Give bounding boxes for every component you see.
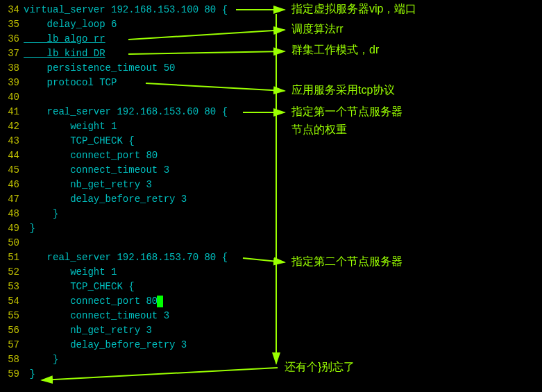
code-text: }	[24, 352, 58, 367]
code-text: nb_get_retry 3	[24, 178, 152, 192]
line-number: 58	[0, 352, 24, 367]
code-text: connect_port 80	[24, 294, 158, 309]
code-line: 36 lb_algo rr	[0, 32, 542, 46]
code-line: 54 connect_port 80	[0, 294, 542, 309]
code-text: real_server 192.168.153.60 80 {	[24, 105, 228, 119]
code-line: 55 connect_timeout 3	[0, 309, 542, 323]
code-text: }	[24, 367, 35, 382]
code-text: lb_kind DR	[24, 46, 105, 61]
code-line: 53 TCP_CHECK {	[0, 280, 542, 294]
code-line: 34virtual_server 192.168.153.100 80 {	[0, 3, 542, 17]
code-text: }	[24, 221, 35, 236]
code-text: connect_port 80	[24, 148, 158, 163]
code-text: weight 1	[24, 265, 117, 280]
code-line: 44 connect_port 80	[0, 148, 542, 163]
line-number: 36	[0, 32, 24, 46]
code-text: connect_timeout 3	[24, 309, 169, 323]
code-line: 59 }	[0, 367, 542, 382]
code-line: 50	[0, 236, 542, 250]
line-number: 59	[0, 367, 24, 382]
code-line: 48 }	[0, 207, 542, 221]
code-text: TCP_CHECK {	[24, 280, 135, 294]
code-line: 38 persistence_timeout 50	[0, 61, 542, 76]
line-number: 37	[0, 46, 24, 61]
code-text: weight 1	[24, 119, 117, 134]
code-text: delay_loop 6	[24, 17, 117, 32]
line-number: 53	[0, 280, 24, 294]
code-line: 45 connect_timeout 3	[0, 163, 542, 178]
code-line: 41 real_server 192.168.153.60 80 {	[0, 105, 542, 119]
line-number: 40	[0, 90, 24, 105]
line-number: 41	[0, 105, 24, 119]
code-text: lb_algo rr	[24, 32, 105, 46]
line-number: 54	[0, 294, 24, 309]
text-cursor	[157, 296, 163, 307]
code-text: real_server 192.168.153.70 80 {	[24, 250, 228, 265]
line-number: 52	[0, 265, 24, 280]
line-number: 47	[0, 192, 24, 207]
code-text: delay_before_retry 3	[24, 338, 187, 352]
code-line: 35 delay_loop 6	[0, 17, 542, 32]
code-line: 49 }	[0, 221, 542, 236]
line-number: 50	[0, 236, 24, 250]
code-text: persistence_timeout 50	[24, 61, 175, 76]
line-number: 43	[0, 134, 24, 148]
code-line: 51 real_server 192.168.153.70 80 {	[0, 250, 542, 265]
code-line: 57 delay_before_retry 3	[0, 338, 542, 352]
line-number: 45	[0, 163, 24, 178]
code-text: delay_before_retry 3	[24, 192, 187, 207]
code-line: 40	[0, 90, 542, 105]
line-number: 34	[0, 3, 24, 17]
code-line: 58 }	[0, 352, 542, 367]
code-line: 37 lb_kind DR	[0, 46, 542, 61]
code-line: 39 protocol TCP	[0, 76, 542, 90]
code-text: protocol TCP	[24, 76, 117, 90]
line-number: 39	[0, 76, 24, 90]
code-text: virtual_server 192.168.153.100 80 {	[24, 3, 228, 17]
line-number: 56	[0, 323, 24, 338]
code-text: }	[24, 207, 58, 221]
code-text: TCP_CHECK {	[24, 134, 135, 148]
line-number: 55	[0, 309, 24, 323]
code-line: 42 weight 1	[0, 119, 542, 134]
line-number: 35	[0, 17, 24, 32]
line-number: 44	[0, 148, 24, 163]
code-line: 52 weight 1	[0, 265, 542, 280]
code-line: 46 nb_get_retry 3	[0, 178, 542, 192]
line-number: 38	[0, 61, 24, 76]
code-line: 47 delay_before_retry 3	[0, 192, 542, 207]
line-number: 51	[0, 250, 24, 265]
line-number: 48	[0, 207, 24, 221]
line-number: 42	[0, 119, 24, 134]
line-number: 57	[0, 338, 24, 352]
code-line: 43 TCP_CHECK {	[0, 134, 542, 148]
line-number: 46	[0, 178, 24, 192]
line-number: 49	[0, 221, 24, 236]
code-line: 56 nb_get_retry 3	[0, 323, 542, 338]
code-text: nb_get_retry 3	[24, 323, 152, 338]
code-editor: 34virtual_server 192.168.153.100 80 {35 …	[0, 0, 542, 382]
code-text: connect_timeout 3	[24, 163, 169, 178]
